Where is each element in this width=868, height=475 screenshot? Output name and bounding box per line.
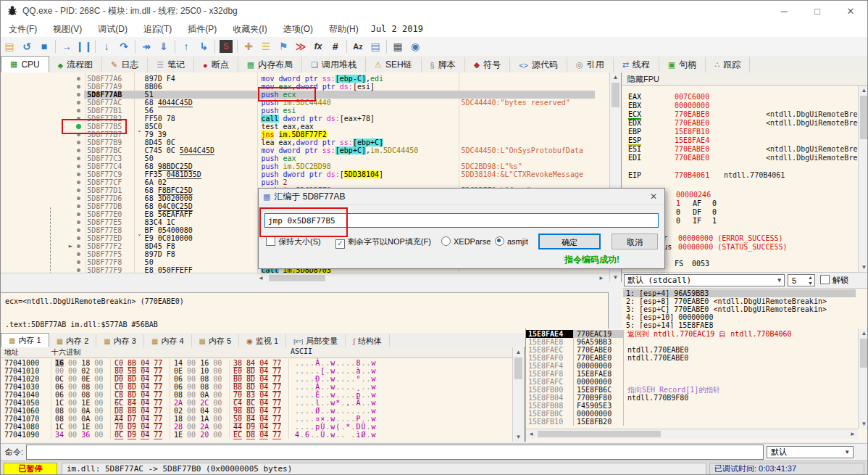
run-until-return-icon[interactable]: ↑ bbox=[178, 38, 195, 54]
instruction-dot-icon[interactable] bbox=[77, 109, 80, 112]
disasm-row[interactable]: 5D8F77B156push esi bbox=[1, 107, 595, 115]
step-over-icon[interactable]: ↷ bbox=[115, 38, 133, 54]
instruction-dot-icon[interactable] bbox=[77, 141, 80, 144]
find-pattern-icon[interactable]: Az bbox=[349, 38, 367, 54]
patch-icon[interactable]: ✚ bbox=[240, 38, 257, 54]
tab-脚本[interactable]: §脚本 bbox=[422, 57, 465, 73]
tab-内存 4[interactable]: ▦内存 4 bbox=[144, 334, 192, 347]
favourites-icon[interactable]: ⚑ bbox=[275, 38, 292, 54]
tab-监视 1[interactable]: ◉监视 1 bbox=[239, 334, 286, 347]
unlock-checkbox[interactable]: 解锁 bbox=[820, 275, 848, 286]
register-name[interactable]: EAX bbox=[628, 93, 641, 101]
disasm-row[interactable]: 5D8F77B98D45 0Clea eax,dword ptr ss:[ebp… bbox=[1, 139, 595, 146]
string-references-icon[interactable]: fx bbox=[309, 38, 327, 54]
tab-SEH链[interactable]: ⚠SEH链 bbox=[366, 57, 422, 73]
tab-流程图[interactable]: ♣流程图 bbox=[49, 57, 102, 73]
instruction-dot-icon[interactable] bbox=[77, 252, 80, 256]
stack-row[interactable]: 15E8FAEC770EABE0ntdll.770EABE0 bbox=[526, 346, 858, 354]
calculator-icon[interactable]: ▦ bbox=[389, 38, 406, 54]
attach-icon[interactable]: ▤ bbox=[367, 38, 384, 54]
argument-row[interactable]: 4: [esp+10] 00000000 bbox=[623, 313, 856, 321]
run-to-selection-icon[interactable]: ↠ bbox=[138, 38, 155, 54]
comments-icon[interactable]: ☰ bbox=[257, 38, 275, 54]
instruction-dot-icon[interactable] bbox=[77, 157, 80, 160]
instruction-dot-icon[interactable] bbox=[77, 85, 80, 88]
disasm-row[interactable]: 5D8F77BCC745 0C 5044C45Dmov dword ptr ss… bbox=[1, 146, 595, 154]
register-value[interactable]: 770EABE0 bbox=[675, 119, 709, 127]
menu-item-o[interactable]: 选项(O) bbox=[275, 23, 321, 36]
tab-局部变量[interactable]: [x=]局部变量 bbox=[286, 334, 346, 347]
instruction-dot-icon[interactable] bbox=[77, 197, 80, 200]
instruction-dot-icon[interactable] bbox=[77, 181, 80, 184]
trace-icon[interactable]: ≫ bbox=[292, 38, 309, 54]
dialog-title-bar[interactable]: ▦ 汇编于 5D8F77AB ✕ bbox=[259, 189, 664, 205]
tab-内存布局[interactable]: ▦内存布局 bbox=[238, 57, 302, 73]
instruction-dot-icon[interactable] bbox=[77, 205, 80, 208]
run-icon[interactable]: → bbox=[58, 38, 75, 54]
tab-结构体[interactable]: ∫结构体 bbox=[346, 334, 390, 347]
run-to-user-code-icon[interactable]: ↳ bbox=[195, 38, 212, 54]
minimize-button[interactable]: ─ bbox=[767, 1, 801, 21]
register-value[interactable]: 770EABE0 bbox=[675, 110, 709, 118]
command-input[interactable] bbox=[26, 445, 764, 460]
instruction-dot-icon[interactable] bbox=[77, 268, 80, 272]
dump-row[interactable]: 7704104006 00 08 00C8 8D 04 7708 00 0A 0… bbox=[1, 391, 512, 399]
dump-row[interactable]: 7704100016 00 18 00C0 8B 04 7714 00 16 0… bbox=[1, 359, 512, 367]
dump-row[interactable]: 7704103006 00 08 00C0 8D 04 7706 00 08 0… bbox=[1, 383, 512, 391]
tab-内存 2[interactable]: ▦内存 2 bbox=[49, 334, 97, 347]
scylla-icon[interactable]: S bbox=[220, 40, 233, 53]
register-name[interactable]: EDI bbox=[628, 154, 641, 162]
tab-内存 5[interactable]: ▦内存 5 bbox=[192, 334, 240, 347]
argument-row[interactable]: 1: [esp+4] 96A59BB3 bbox=[623, 289, 856, 297]
xedparse-radio[interactable]: XEDParse bbox=[441, 236, 491, 246]
menu-item-h[interactable]: 帮助(H) bbox=[321, 23, 367, 36]
disasm-row[interactable]: 5D8F77C9FF35 0481D35Dpush dword ptr ds:[… bbox=[1, 170, 595, 178]
stop-icon[interactable]: ■ bbox=[36, 38, 53, 54]
intermodular-calls-icon[interactable]: # bbox=[327, 38, 344, 54]
instruction-dot-icon[interactable] bbox=[77, 260, 80, 264]
maximize-button[interactable]: □ bbox=[801, 1, 834, 21]
dialog-close-icon[interactable]: ✕ bbox=[643, 191, 664, 202]
calling-convention-select[interactable]: 默认 (stdcall)▼ bbox=[624, 274, 785, 286]
stack-row[interactable]: 15E8FB0015E8FB6C指向SEH_Record[1]的指针 bbox=[526, 386, 858, 394]
tab-笔记[interactable]: ☰笔记 bbox=[148, 57, 194, 73]
stack-row[interactable]: 15E8FAFC00000000 bbox=[526, 378, 858, 386]
disasm-row[interactable]: 5D8F77C468 98BDC25Dpush im.5DC2BD985DC2B… bbox=[1, 162, 595, 170]
dump-row[interactable]: 770410200C 00 0E 00D0 8D 04 7706 00 08 0… bbox=[1, 375, 512, 383]
menu-item-d[interactable]: 调试(D) bbox=[90, 23, 135, 36]
tab-内存 1[interactable]: ▦内存 1 bbox=[1, 333, 49, 347]
stack-row[interactable]: 15E8FB04770B9F80ntdll.770B9F80 bbox=[526, 394, 858, 402]
registers-vscrollbar[interactable]: ▲ ▼ bbox=[858, 86, 868, 272]
nop-fill-checkbox[interactable]: ✓剩余字节以NOP填充(F) bbox=[335, 236, 431, 249]
preferences-globe-icon[interactable]: ◉ bbox=[406, 38, 424, 54]
register-value[interactable]: 00000000 bbox=[675, 102, 709, 110]
dump-vscrollbar[interactable]: ▲ ▼ bbox=[512, 347, 524, 442]
stack-row[interactable]: 15E8FB08F45905E3 bbox=[526, 402, 858, 410]
instruction-dot-icon[interactable] bbox=[77, 101, 80, 104]
menu-item-f[interactable]: 文件(F) bbox=[1, 23, 45, 36]
hide-fpu-header[interactable]: 隐藏FPU bbox=[622, 73, 868, 86]
asmjit-radio[interactable]: asmjit bbox=[495, 236, 528, 246]
keep-size-checkbox[interactable]: 保持大小(S) bbox=[266, 236, 321, 247]
dump-row[interactable]: 7704101000 00 02 0080 5B 04 770E 00 10 0… bbox=[1, 367, 512, 375]
stack-vscrollbar[interactable]: ▲ ▼ bbox=[858, 329, 868, 429]
stack-row[interactable]: 15E8FB0C00000000 bbox=[526, 410, 858, 418]
stack-row[interactable]: 15E8FAF0770EABE0ntdll.770EABE0 bbox=[526, 354, 858, 362]
tab-引用[interactable]: ◎引用 bbox=[567, 57, 614, 73]
disasm-hscrollbar[interactable]: ◄ ► bbox=[1, 273, 609, 282]
stack-row[interactable]: 15E8FAF815E8FAE8 bbox=[526, 370, 858, 378]
stack-hscrollbar[interactable]: ◄ ► bbox=[526, 429, 858, 439]
disasm-row[interactable]: 5D8F77CF6A 02push 2 bbox=[1, 178, 595, 186]
step-out-icon[interactable]: ⇓ bbox=[155, 38, 172, 54]
register-value[interactable]: 770EABE0 bbox=[675, 145, 709, 153]
stack-row[interactable]: 15E8FAE896A59BB3 bbox=[526, 338, 858, 346]
disasm-row[interactable]: 5D8F77A6897D F4mov dword ptr ss:[ebp-C],… bbox=[1, 75, 595, 83]
stack-row[interactable]: 15E8FAF400000000 bbox=[526, 362, 858, 370]
menu-item-t[interactable]: 追踪(T) bbox=[135, 23, 180, 36]
menu-item-i[interactable]: 收藏夹(I) bbox=[225, 23, 275, 36]
command-preset-select[interactable]: 默认▼ bbox=[767, 446, 854, 458]
arg-count-spinner[interactable]: 5▲▼ bbox=[788, 274, 815, 286]
restart-icon[interactable]: ↺ bbox=[18, 38, 36, 54]
tab-日志[interactable]: ✎日志 bbox=[102, 57, 148, 73]
register-name[interactable]: EDX bbox=[628, 119, 641, 127]
